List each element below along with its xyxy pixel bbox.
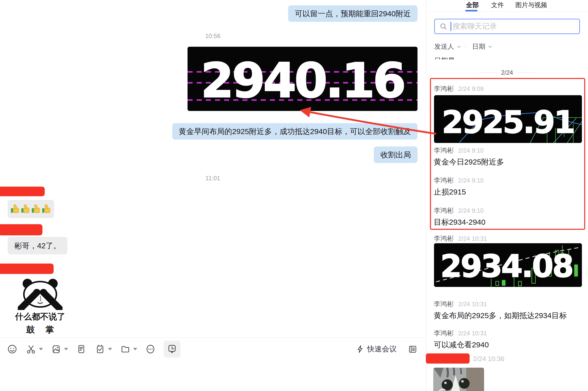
date-divider: 2/24 xyxy=(426,69,588,76)
panda-face-icon xyxy=(18,278,63,310)
thumbs-up-icon xyxy=(21,204,30,214)
redacted-sender-name xyxy=(0,264,54,274)
result-sender-row: 李鸿彬2/24 10:31 xyxy=(434,300,487,308)
sticker-caption: 什么都不说了 xyxy=(12,311,68,322)
result-sender-row: 李鸿彬2/24 9:09 xyxy=(434,84,484,93)
price-value-label: 2925.91 xyxy=(442,104,574,140)
search-placeholder: 搜索聊天记录 xyxy=(453,21,497,31)
divider xyxy=(465,43,465,49)
thumbs-up-icon xyxy=(31,204,41,214)
result-price-image-2934[interactable]: 2934.08 xyxy=(434,243,582,287)
redacted-sender-name xyxy=(426,353,470,364)
result-message[interactable]: 目标2934-2940 xyxy=(434,217,485,227)
message-input-toolbar: 快速会议 xyxy=(0,337,426,360)
price-value-label: 2940.16 xyxy=(201,53,404,108)
result-message[interactable]: 止损2915 xyxy=(434,187,466,197)
result-sender-row: 李鸿彬2/24 9:10 xyxy=(434,206,484,215)
thumbs-up-icon xyxy=(42,204,51,214)
sticker-caption: 鼓 掌 xyxy=(12,324,68,336)
received-message: 彬哥，42了。 xyxy=(8,237,67,254)
panel-toggle-icon[interactable] xyxy=(407,344,418,354)
chevron-down-icon xyxy=(488,45,492,48)
image-icon[interactable] xyxy=(51,344,68,355)
sent-message-result: 黄金早间布局的2925附近多，成功抵达2940目标，可以全部收割触及 xyxy=(172,123,417,140)
chevron-down-icon[interactable] xyxy=(64,348,68,350)
chat-area: 可以留一点，预期能重回2940附近 10:56 2940.16 黄金早间布局的2… xyxy=(0,0,426,391)
chat-timestamp: 10:56 xyxy=(0,32,426,40)
result-sender-row: 李鸿彬2/24 9:10 xyxy=(434,146,484,155)
chevron-down-icon[interactable] xyxy=(108,348,112,350)
price-chart-image-2940[interactable]: 2940.16 xyxy=(188,47,417,111)
tab-files[interactable]: 文件 xyxy=(491,1,504,9)
search-input[interactable]: 搜索聊天记录 xyxy=(434,19,580,34)
chevron-down-icon[interactable] xyxy=(133,348,137,350)
folder-icon[interactable] xyxy=(120,344,137,355)
todo-clipboard-icon[interactable] xyxy=(95,344,112,355)
clipped-list-row: 日期早· · · xyxy=(434,56,541,59)
result-sender-row: 李鸿彬2/24 10:31 xyxy=(434,234,487,243)
result-sender-row: 李鸿彬2/24 10:31 xyxy=(434,329,487,338)
thumbs-up-icon xyxy=(10,204,20,214)
tab-all[interactable]: 全部 xyxy=(466,1,479,9)
result-message[interactable]: 黄金今日2925附近多 xyxy=(434,157,504,167)
emoji-icon[interactable] xyxy=(7,344,18,355)
more-icon[interactable] xyxy=(145,344,156,355)
result-sender-row: 李鸿彬2/24 9:10 xyxy=(434,176,484,185)
sent-message-keep-position: 可以留一点，预期能重回2940附近 xyxy=(288,5,417,22)
chat-history-icon[interactable] xyxy=(164,341,180,357)
chat-search-panel: 全部 文件 图片与视频 搜索聊天记录 发送人 日期 日期早· · · 2/24 xyxy=(426,0,588,391)
redacted-sender-name xyxy=(0,187,45,196)
file-icon[interactable] xyxy=(76,344,87,355)
chevron-down-icon xyxy=(457,45,461,48)
chat-timestamp: 11:01 xyxy=(0,175,426,182)
panda-meme-sticker[interactable]: 什么都不说了 鼓 掌 xyxy=(12,278,68,336)
chat-app-window: 可以留一点，预期能重回2940附近 10:56 2940.16 黄金早间布局的2… xyxy=(0,0,588,391)
result-time: 2/24 10:36 xyxy=(473,355,504,363)
result-price-image-2925[interactable]: 2925.91 xyxy=(434,95,582,143)
tab-images-videos[interactable]: 图片与视频 xyxy=(515,1,547,9)
result-message[interactable]: 可以减仓看2940 xyxy=(434,340,489,350)
price-value-label: 2934.08 xyxy=(440,248,573,284)
quick-meeting-label: 快速会议 xyxy=(367,344,397,354)
result-message[interactable]: 黄金布局的2925多，如期抵达2934目标 xyxy=(434,311,567,321)
text-cursor xyxy=(451,22,451,31)
filter-sender[interactable]: 发送人 xyxy=(434,42,461,51)
screenshot-scissors-icon[interactable] xyxy=(25,344,43,355)
divider xyxy=(426,11,588,12)
cat-photo[interactable] xyxy=(433,368,484,391)
sent-message-exit: 收割出局 xyxy=(374,146,417,163)
quick-meeting-lightning-icon xyxy=(355,345,365,354)
received-thumbs-message xyxy=(8,200,54,218)
quick-meeting-button[interactable]: 快速会议 xyxy=(355,344,397,354)
filter-date[interactable]: 日期 xyxy=(472,42,492,51)
search-icon xyxy=(439,22,447,30)
chevron-down-icon[interactable] xyxy=(39,348,43,350)
redacted-sender-name xyxy=(0,224,42,235)
